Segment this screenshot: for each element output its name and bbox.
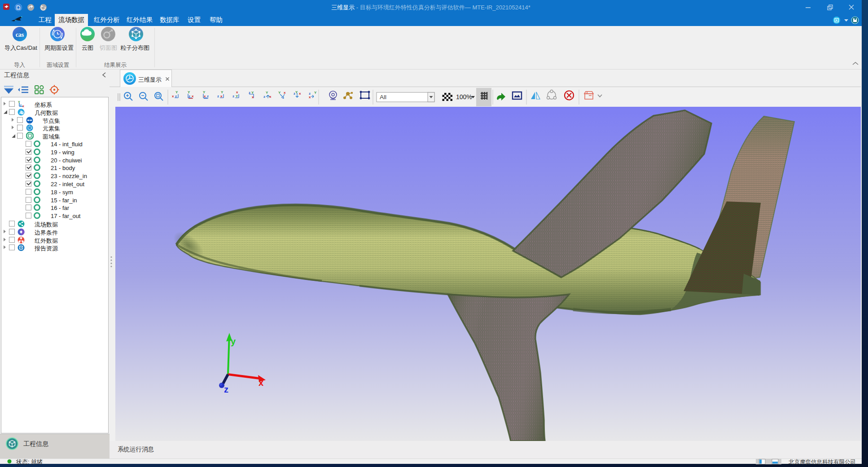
svg-text:x: x bbox=[259, 378, 263, 388]
svg-text:z: z bbox=[224, 384, 228, 394]
svg-text:Y: Y bbox=[251, 91, 254, 95]
svg-text:z: z bbox=[263, 95, 265, 99]
svg-text:x: x bbox=[284, 91, 286, 95]
svg-text:Y: Y bbox=[221, 90, 224, 94]
svg-text:Y: Y bbox=[203, 90, 206, 94]
svg-text:x: x bbox=[172, 94, 174, 98]
svg-text:Y: Y bbox=[295, 90, 298, 94]
svg-text:100%: 100% bbox=[456, 93, 472, 100]
svg-text:All: All bbox=[380, 94, 386, 100]
svg-text:Y: Y bbox=[278, 91, 281, 95]
svg-text:z: z bbox=[282, 96, 284, 100]
svg-text:x: x bbox=[22, 105, 24, 108]
svg-text:x: x bbox=[204, 94, 206, 98]
svg-text:cas: cas bbox=[16, 31, 24, 38]
svg-text:z: z bbox=[249, 91, 250, 95]
svg-text:x: x bbox=[252, 95, 254, 99]
svg-text:Y: Y bbox=[266, 91, 268, 95]
svg-text:Y: Y bbox=[314, 91, 317, 95]
svg-text:y: y bbox=[231, 336, 236, 346]
svg-text:z: z bbox=[207, 94, 209, 98]
svg-text:z: z bbox=[20, 104, 22, 107]
svg-text:x: x bbox=[299, 92, 301, 96]
svg-text:x: x bbox=[309, 95, 311, 99]
svg-text:x: x bbox=[236, 90, 238, 94]
svg-text:x: x bbox=[192, 94, 194, 98]
svg-text:z: z bbox=[189, 94, 190, 98]
svg-text:Y: Y bbox=[188, 90, 190, 94]
svg-text:x: x bbox=[269, 95, 272, 99]
svg-text:Y: Y bbox=[175, 90, 178, 94]
svg-text:z: z bbox=[217, 94, 219, 98]
svg-text:z: z bbox=[232, 94, 234, 98]
